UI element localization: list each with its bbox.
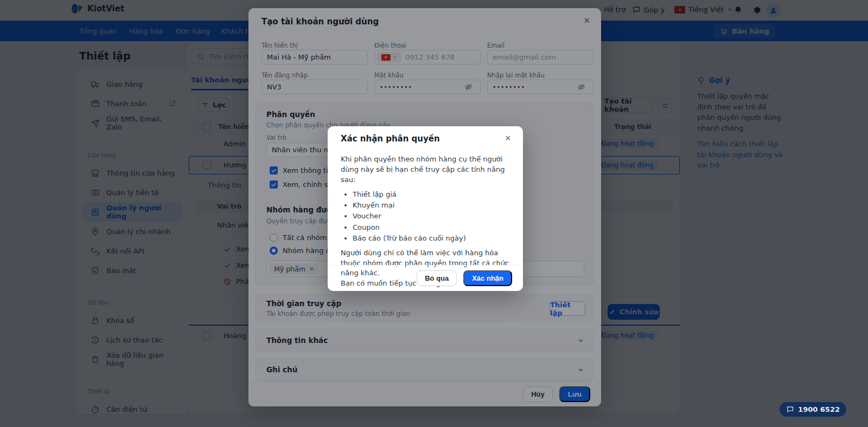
support-phone-button[interactable]: 1900 6522 — [780, 402, 846, 417]
confirm-footer: Bỏ qua Xác nhận — [328, 265, 523, 291]
confirm-button[interactable]: Xác nhận — [463, 270, 512, 286]
confirm-title: Xác nhận phân quyền — [341, 134, 440, 144]
skip-button[interactable]: Bỏ qua — [417, 270, 457, 286]
list-item: Báo cáo (Trừ báo cáo cuối ngày) — [353, 234, 511, 244]
chat-bubble-icon — [786, 405, 794, 413]
list-item: Coupon — [353, 223, 511, 233]
screen: KiotViet Hỗ trợ Góp ý ★ Tiếng Việt — [0, 0, 868, 427]
list-item: Thiết lập giá — [353, 190, 511, 200]
confirm-permission-modal: Xác nhận phân quyền ✕ Khi phân quyền the… — [328, 126, 523, 291]
list-item: Khuyến mại — [353, 200, 511, 211]
close-icon[interactable]: ✕ — [505, 134, 511, 143]
list-item: Voucher — [353, 211, 511, 222]
restricted-features-list: Thiết lập giá Khuyến mại Voucher Coupon … — [344, 190, 511, 244]
confirm-intro: Khi phân quyền theo nhóm hàng cụ thể ngư… — [341, 154, 511, 185]
